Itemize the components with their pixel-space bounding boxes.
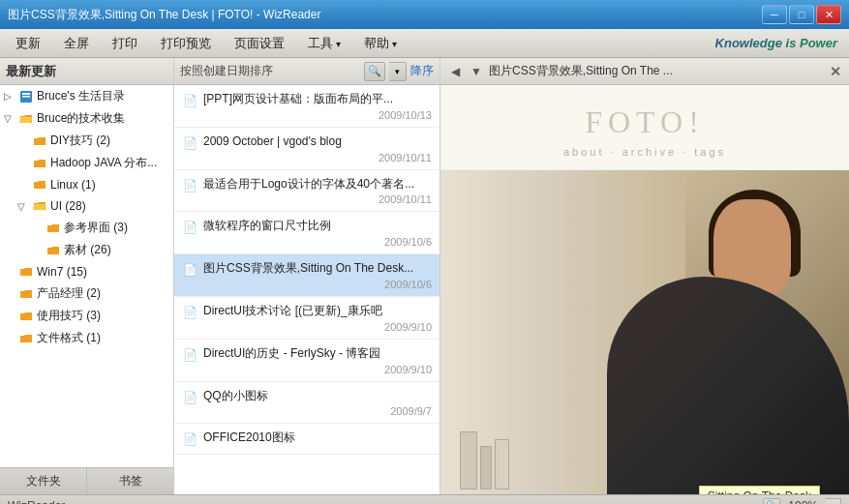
list-item-title-4: 图片CSS背景效果,Sitting On The Desk... xyxy=(203,260,432,277)
list-item-date-0: 2009/10/13 xyxy=(203,109,432,121)
list-item-6[interactable]: 📄 DirectUI的历史 - FerlySky - 博客园 2009/9/10 xyxy=(174,340,440,382)
tree-item-hadoop[interactable]: Hadoop JAVA 分布... xyxy=(0,152,173,174)
list-item-5[interactable]: 📄 DirectUI技术讨论 [(已更新)_康乐吧 2009/9/10 xyxy=(174,297,440,340)
folder-icon-hadoop xyxy=(31,156,48,171)
search-dropdown-button[interactable]: ▾ xyxy=(389,62,407,81)
list-item-icon-2: 📄 xyxy=(182,178,197,193)
menu-tools[interactable]: 工具 xyxy=(296,31,352,56)
tree-item-diy[interactable]: DIY技巧 (2) xyxy=(0,130,173,152)
list-item-icon-5: 📄 xyxy=(182,305,197,320)
list-item-content-2: 最适合用于Logo设计的字体及40个著名... 2009/10/11 xyxy=(203,176,432,206)
menubar: 更新 全屏 打印 打印预览 页面设置 工具 帮助 Knowledge is Po… xyxy=(0,29,849,58)
tree-body[interactable]: ▷ Bruce's 生活目录 ▽ Bruce的技术收集 xyxy=(0,85,173,467)
list-item-title-2: 最适合用于Logo设计的字体及40个著名... xyxy=(203,176,432,193)
search-button[interactable]: 🔍 xyxy=(364,62,385,81)
tree-label-win7: Win7 (15) xyxy=(37,265,87,279)
foto-nav: about · archive · tags xyxy=(440,146,849,158)
menu-print-preview[interactable]: 打印预览 xyxy=(149,31,223,56)
list-item-4[interactable]: 📄 图片CSS背景效果,Sitting On The Desk... 2009/… xyxy=(174,254,440,297)
sort-order-button[interactable]: 降序 xyxy=(410,63,434,79)
menu-update[interactable]: 更新 xyxy=(4,31,52,56)
tab-bookmark[interactable]: 书签 xyxy=(87,468,173,494)
tree-label-ui: UI (28) xyxy=(50,199,86,213)
statusbar-appname: WizReader xyxy=(8,499,65,505)
desk-item-2 xyxy=(480,446,492,489)
menu-page-setup[interactable]: 页面设置 xyxy=(223,31,296,56)
zoom-level: 100% xyxy=(784,499,822,505)
tree-item-ref-ui[interactable]: 参考界面 (3) xyxy=(0,217,173,239)
tree-item-fileformat[interactable]: 文件格式 (1) xyxy=(0,327,173,349)
brand-slogan: Knowledge is Power xyxy=(715,36,845,50)
menu-help[interactable]: 帮助 xyxy=(352,31,409,56)
list-item-icon-8: 📄 xyxy=(182,431,197,447)
menu-fullscreen[interactable]: 全屏 xyxy=(52,31,101,56)
list-item-title-3: 微软程序的窗口尺寸比例 xyxy=(203,218,432,234)
tree-item-bruces-life[interactable]: ▷ Bruce's 生活目录 xyxy=(0,85,173,107)
tree-item-win7[interactable]: Win7 (15) xyxy=(0,261,173,282)
tree-header: 最新更新 xyxy=(0,58,173,85)
tree-item-tips[interactable]: 使用技巧 (3) xyxy=(0,305,173,327)
list-item-icon-6: 📄 xyxy=(182,347,197,363)
list-item-title-7: QQ的小图标 xyxy=(203,388,432,404)
list-item-content-0: [PPT]网页设计基础：版面布局的平... 2009/10/13 xyxy=(203,91,432,121)
tree-label-pm: 产品经理 (2) xyxy=(37,285,101,302)
list-item-date-4: 2009/10/6 xyxy=(203,279,432,290)
folder-icon-diy xyxy=(31,133,48,149)
minimize-button[interactable]: ─ xyxy=(762,5,787,24)
list-item-title-1: 2009 October | vgod's blog xyxy=(203,133,432,150)
list-item-2[interactable]: 📄 最适合用于Logo设计的字体及40个著名... 2009/10/11 xyxy=(174,170,440,213)
tree-label-fileformat: 文件格式 (1) xyxy=(37,330,101,346)
desk-item-3 xyxy=(495,439,509,489)
folder-icon-material xyxy=(45,243,62,258)
menu-print[interactable]: 打印 xyxy=(101,31,149,56)
tree-label-bruces-life: Bruce's 生活目录 xyxy=(37,88,125,104)
list-item-0[interactable]: 📄 [PPT]网页设计基础：版面布局的平... 2009/10/13 xyxy=(174,85,440,128)
list-item-8[interactable]: 📄 OFFICE2010图标 xyxy=(174,424,440,455)
list-item-date-2: 2009/10/11 xyxy=(203,193,432,205)
preview-body[interactable]: FOTO! about · archive · tags xyxy=(440,85,849,494)
list-item-date-7: 2009/9/7 xyxy=(203,405,432,417)
list-item-date-1: 2009/10/11 xyxy=(203,152,432,163)
tree-arrow-icon: ▷ xyxy=(4,91,17,102)
preview-nav-next[interactable]: ▼ xyxy=(468,63,485,80)
tree-item-pm[interactable]: 产品经理 (2) xyxy=(0,282,173,305)
zoom-dropdown-button[interactable]: ▾ xyxy=(826,498,841,505)
tree-item-linux[interactable]: Linux (1) xyxy=(0,174,173,195)
list-item-content-7: QQ的小图标 2009/9/7 xyxy=(203,388,432,418)
list-item-content-5: DirectUI技术讨论 [(已更新)_康乐吧 2009/9/10 xyxy=(203,303,432,333)
tree-label-diy: DIY技巧 (2) xyxy=(50,133,110,149)
list-item-icon-1: 📄 xyxy=(182,135,197,151)
tooltip-sitting-on-desk: Sitting On The Desk xyxy=(699,486,820,494)
tree-arrow-open-icon: ▽ xyxy=(4,113,17,124)
list-body[interactable]: 📄 [PPT]网页设计基础：版面布局的平... 2009/10/13 📄 200… xyxy=(174,85,440,494)
tree-header-label: 最新更新 xyxy=(6,63,56,80)
list-item-icon-7: 📄 xyxy=(182,390,197,405)
close-button[interactable]: ✕ xyxy=(816,5,841,24)
list-item-1[interactable]: 📄 2009 October | vgod's blog 2009/10/11 xyxy=(174,128,440,170)
list-item-7[interactable]: 📄 QQ的小图标 2009/9/7 xyxy=(174,382,440,425)
preview-nav-prev[interactable]: ◀ xyxy=(446,63,464,80)
preview-close-button[interactable]: ✕ xyxy=(828,64,843,79)
foto-person-body xyxy=(607,277,849,494)
list-item-3[interactable]: 📄 微软程序的窗口尺寸比例 2009/10/6 xyxy=(174,212,440,254)
tree-label-ref-ui: 参考界面 (3) xyxy=(64,220,128,236)
preview-title: 图片CSS背景效果,Sitting On The ... xyxy=(489,63,824,79)
zoom-icon[interactable]: 🔍 xyxy=(763,498,780,505)
tree-label-bruces-tech: Bruce的技术收集 xyxy=(37,110,125,127)
tree-label-hadoop: Hadoop JAVA 分布... xyxy=(50,155,157,171)
folder-icon-linux xyxy=(31,177,48,193)
maximize-button[interactable]: □ xyxy=(789,5,814,24)
svg-rect-1 xyxy=(22,93,30,95)
list-item-content-8: OFFICE2010图标 xyxy=(203,430,432,448)
list-item-date-3: 2009/10/6 xyxy=(203,236,432,248)
tab-folder[interactable]: 文件夹 xyxy=(0,468,87,494)
list-item-icon-3: 📄 xyxy=(182,220,197,235)
tree-item-bruces-tech[interactable]: ▽ Bruce的技术收集 xyxy=(0,107,173,130)
middle-panel: 按照创建日期排序 🔍 ▾ 降序 📄 [PPT]网页设计基础：版面布局的平... … xyxy=(174,58,440,494)
tree-item-material[interactable]: 素材 (26) xyxy=(0,239,173,261)
folder-icon-tips xyxy=(17,309,35,324)
list-header: 按照创建日期排序 🔍 ▾ 降序 xyxy=(174,58,440,85)
tree-item-ui[interactable]: ▽ UI (28) xyxy=(0,195,173,217)
tree-label-tips: 使用技巧 (3) xyxy=(37,308,101,324)
folder-icon-fileformat xyxy=(17,331,35,346)
